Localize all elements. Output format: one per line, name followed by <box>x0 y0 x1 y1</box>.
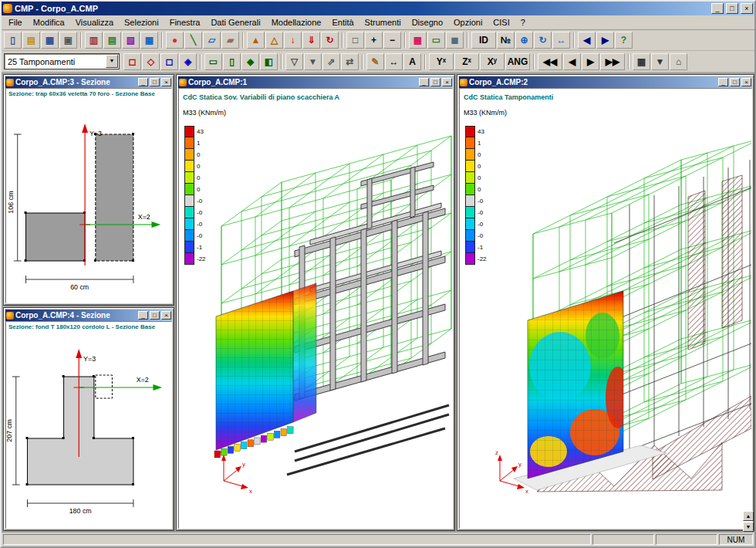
child-maximize-button[interactable]: □ <box>150 311 160 320</box>
menu-item-modifica[interactable]: Modifica <box>28 16 70 29</box>
wireframe-view-button[interactable]: ▭ <box>427 32 445 49</box>
first-step-button[interactable]: ◀◀ <box>538 53 562 70</box>
next-view-button[interactable]: ▶ <box>596 32 614 49</box>
point-load-button[interactable]: ↓ <box>284 32 302 49</box>
node-button[interactable]: ● <box>166 32 184 49</box>
active-set-combo[interactable]: 25 Tamponamenti ▼ <box>4 53 120 69</box>
zoom-window-button[interactable]: ◻ <box>123 53 141 70</box>
section-cut-button[interactable]: ▼ <box>304 53 322 70</box>
local-axes-button[interactable]: ⊕ <box>515 32 533 49</box>
prev-step-button[interactable]: ◀ <box>563 53 581 70</box>
support-button[interactable]: ▲ <box>247 32 265 49</box>
child-window-sezione-3[interactable]: Corpo_A.CMP:3 - Sezione _ □ × Sezione: t… <box>3 74 174 306</box>
x-axis-values-button[interactable]: Xʸ <box>480 53 505 70</box>
moment-load-button[interactable]: ↻ <box>321 32 339 49</box>
child-minimize-button[interactable]: _ <box>138 78 148 86</box>
results-table-button[interactable]: ▦ <box>633 53 650 70</box>
section-view-3[interactable]: Sezione: trap 60x36 veletta 70 foro - Se… <box>5 88 172 303</box>
dimension-button[interactable]: ↔ <box>385 53 403 70</box>
child-minimize-button[interactable]: _ <box>419 78 429 86</box>
distributed-load-button[interactable]: ⇓ <box>302 32 320 49</box>
loads-table-button[interactable]: ▧ <box>122 32 140 49</box>
menu-item-file[interactable]: File <box>3 16 28 29</box>
save-button[interactable]: ▦ <box>41 32 59 49</box>
menu-item-finestra[interactable]: Finestra <box>164 16 206 29</box>
rotate-view-button[interactable]: ↻ <box>534 32 552 49</box>
beam-element-button[interactable]: ╲ <box>184 32 202 49</box>
solid-view-button[interactable]: ◼ <box>446 32 464 49</box>
menu-item-strumenti[interactable]: Strumenti <box>359 16 407 29</box>
child-close-button[interactable]: × <box>741 78 751 86</box>
filter-button[interactable]: ▽ <box>285 53 303 70</box>
pan-view-button[interactable]: ↔ <box>552 32 570 49</box>
child-window-sezione-4[interactable]: Corpo_A.CMP:4 - Sezione _ □ × Sezione: f… <box>3 307 174 531</box>
model-view-2[interactable]: CdC Statica Tamponamenti M33 (KNm/m) 431… <box>459 88 752 529</box>
combo-dropdown-icon[interactable]: ▼ <box>106 55 118 68</box>
pencil-button[interactable]: ✎ <box>366 53 384 70</box>
new-document-button[interactable]: ▯ <box>4 32 22 49</box>
child-title-bar[interactable]: Corpo_A.CMP:3 - Sezione _ □ × <box>5 76 172 88</box>
mdi-scroll-down-button[interactable]: ▼ <box>743 522 754 532</box>
zoom-in-button[interactable]: + <box>365 32 383 49</box>
title-bar[interactable]: CMP - Corpo_A.CMP _ □ × <box>2 2 754 15</box>
child-close-button[interactable]: × <box>161 78 171 86</box>
z-axis-values-button[interactable]: Zˣ <box>454 53 479 70</box>
zoom-out-button[interactable]: − <box>383 32 401 49</box>
extrude-button[interactable]: ⇗ <box>322 53 340 70</box>
open-folder-button[interactable]: ▤ <box>22 32 40 49</box>
mirror-button[interactable]: ⇄ <box>341 53 359 70</box>
menu-item-entit-[interactable]: Entità <box>326 16 359 29</box>
numbering-button[interactable]: № <box>497 32 515 49</box>
child-minimize-button[interactable]: _ <box>718 78 728 86</box>
menu-item-cisi[interactable]: CISI <box>488 16 515 29</box>
invert-selection-button[interactable]: ◈ <box>179 53 197 70</box>
child-maximize-button[interactable]: □ <box>430 78 440 86</box>
child-title-bar[interactable]: Corpo_A.CMP:4 - Sezione _ □ × <box>5 310 172 321</box>
hinge-button[interactable]: △ <box>265 32 283 49</box>
child-window-model-1[interactable]: Corpo_A.CMP:1 _ □ × CdC Statica Sov. Var… <box>176 74 455 531</box>
brick-element-button[interactable]: ▰ <box>221 32 239 49</box>
data-grid-button[interactable]: ▦ <box>140 32 158 49</box>
y-axis-values-button[interactable]: Yˣ <box>429 53 454 70</box>
child-close-button[interactable]: × <box>442 78 452 86</box>
child-title-bar[interactable]: Corpo_A.CMP:1 _ □ × <box>178 76 453 88</box>
funnel-filter-button[interactable]: ▼ <box>651 53 669 70</box>
print-button[interactable]: ▣ <box>59 32 77 49</box>
front-view-button[interactable]: ▯ <box>223 53 241 70</box>
iso-view-button[interactable]: ◆ <box>241 53 259 70</box>
home-view-button[interactable]: ⌂ <box>670 53 687 70</box>
menu-item-modellazione[interactable]: Modellazione <box>266 16 327 29</box>
selection-box-button[interactable]: □ <box>346 32 364 49</box>
child-title-bar[interactable]: Corpo_A.CMP:2 _ □ × <box>459 76 752 88</box>
top-view-button[interactable]: ▭ <box>204 53 222 70</box>
select-window-button[interactable]: ◻ <box>160 53 178 70</box>
menu-item-help[interactable]: ? <box>515 16 531 29</box>
help-button[interactable]: ? <box>615 32 633 49</box>
close-button[interactable]: × <box>741 3 753 14</box>
section-view-4[interactable]: Sezione: fond T 180x120 cordolo L - Sezi… <box>5 321 172 529</box>
menu-item-visualizza[interactable]: Visualizza <box>70 16 119 29</box>
maximize-button[interactable]: □ <box>726 3 738 14</box>
menu-item-disegno[interactable]: Disegno <box>407 16 448 29</box>
model-view-1[interactable]: CdC Statica Sov. Variabili di piano scac… <box>178 88 453 529</box>
menu-item-selezioni[interactable]: Selezioni <box>119 16 164 29</box>
minimize-button[interactable]: _ <box>711 3 724 14</box>
menu-item-dati-generali[interactable]: Dati Generali <box>205 16 265 29</box>
sections-table-button[interactable]: ▤ <box>103 32 121 49</box>
previous-view-button[interactable]: ◀ <box>578 32 596 49</box>
menu-item-opzioni[interactable]: Opzioni <box>448 16 488 29</box>
shell-element-button[interactable]: ▱ <box>203 32 221 49</box>
last-step-button[interactable]: ▶▶ <box>600 53 625 70</box>
entity-id-button[interactable]: ID <box>471 32 496 49</box>
angle-button[interactable]: ANG <box>505 53 530 70</box>
child-maximize-button[interactable]: □ <box>730 78 740 86</box>
child-maximize-button[interactable]: □ <box>150 78 160 86</box>
text-label-button[interactable]: A <box>403 53 421 70</box>
child-close-button[interactable]: × <box>161 311 171 320</box>
zoom-extents-button[interactable]: ◇ <box>142 53 160 70</box>
child-window-model-2[interactable]: Corpo_A.CMP:2 _ □ × CdC Statica Tamponam… <box>457 74 754 531</box>
mdi-scroll-up-button[interactable]: ▲ <box>743 511 754 521</box>
perspective-view-button[interactable]: ◧ <box>260 53 278 70</box>
next-step-button[interactable]: ▶ <box>582 53 599 70</box>
child-minimize-button[interactable]: _ <box>138 311 148 320</box>
